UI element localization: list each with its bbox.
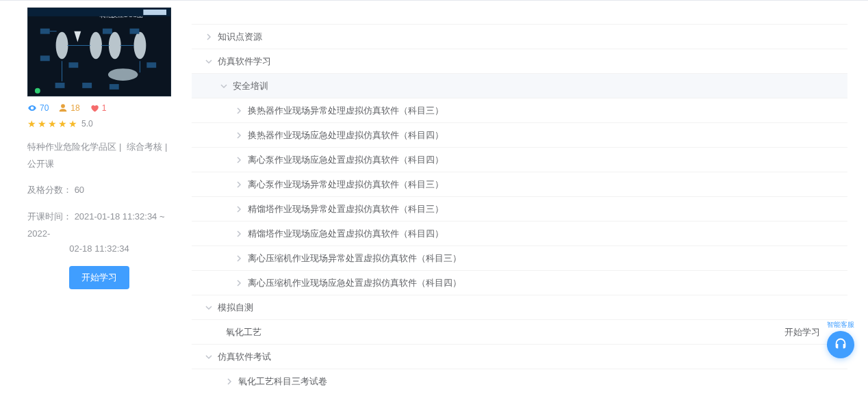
chevron-right-icon [226, 378, 233, 385]
svg-rect-10 [68, 62, 78, 68]
svg-point-2 [56, 32, 68, 59]
assistant-label: 智能客服 [826, 320, 856, 330]
star-icon: ★ [58, 118, 67, 129]
chevron-right-icon [235, 132, 242, 139]
eye-icon [27, 103, 37, 113]
rating-score: 5.0 [81, 119, 93, 129]
svg-point-6 [108, 68, 138, 81]
svg-rect-1 [143, 10, 166, 15]
node-sim-item[interactable]: 离心压缩机作业现场异常处置虚拟仿真软件（科目三） [192, 245, 847, 270]
stat-users: 18 [58, 103, 79, 113]
node-sim-item[interactable]: 离心泵作业现场应急处置虚拟仿真软件（科目四） [192, 147, 847, 172]
start-learning-link[interactable]: 开始学习 [784, 326, 820, 338]
course-time-cont: 02-18 11:32:34 [27, 243, 171, 254]
svg-rect-8 [40, 29, 50, 34]
node-exam-item[interactable]: 氧化工艺科目三考试卷 [192, 369, 847, 393]
tag[interactable]: 特种作业危险化学品区 [27, 142, 116, 152]
heart-icon [90, 103, 99, 113]
course-time-row: 开课时间： 2021-01-18 11:32:34 ~ 2022- [27, 209, 171, 242]
node-mock-test[interactable]: 模拟自测 [192, 295, 847, 319]
svg-rect-13 [146, 62, 156, 68]
svg-point-5 [133, 32, 146, 59]
node-sim-item[interactable]: 离心压缩机作业现场应急处置虚拟仿真软件（科目四） [192, 270, 847, 295]
chevron-right-icon [235, 157, 242, 163]
node-sim-item[interactable]: 精馏塔作业现场异常处置虚拟仿真软件（科目三） [192, 196, 847, 221]
node-sim-item[interactable]: 换热器作业现场异常处理虚拟仿真软件（科目三） [192, 98, 847, 122]
node-sim-item[interactable]: 换热器作业现场应急处理虚拟仿真软件（科目四） [192, 122, 847, 147]
svg-rect-16 [110, 84, 119, 90]
dcs-diagram-graphic [28, 8, 170, 96]
svg-rect-11 [103, 29, 112, 34]
svg-rect-9 [40, 55, 50, 61]
tag[interactable]: 综合考核 [127, 142, 162, 152]
star-icon: ★ [38, 118, 47, 129]
node-knowledge-resources[interactable]: 知识点资源 [192, 24, 847, 49]
svg-marker-7 [74, 31, 81, 42]
chevron-right-icon [235, 181, 242, 188]
star-icon: ★ [27, 118, 36, 129]
user-icon [58, 103, 68, 113]
course-thumbnail[interactable]: 氧化反应DCS图 [27, 8, 171, 96]
course-stats: 70 18 1 [27, 103, 171, 113]
svg-rect-15 [82, 83, 92, 88]
star-icon: ★ [68, 118, 77, 129]
course-outline: 知识点资源 仿真软件学习 安全培训 换热器作业现场异常处理虚拟仿真软件（科目三）… [192, 1, 854, 393]
headset-icon [833, 337, 848, 352]
node-sim-item[interactable]: 精馏塔作业现场应急处置虚拟仿真软件（科目四） [192, 221, 847, 245]
pass-score-row: 及格分数： 60 [27, 182, 171, 199]
chevron-right-icon [205, 34, 212, 40]
svg-point-3 [90, 32, 102, 59]
smart-assistant-button[interactable]: 智能客服 [826, 320, 856, 358]
chevron-right-icon [235, 206, 242, 213]
chevron-down-icon [205, 58, 212, 65]
assistant-bubble [827, 331, 854, 358]
svg-point-23 [35, 88, 40, 94]
svg-rect-12 [130, 29, 140, 34]
chevron-right-icon [235, 230, 242, 237]
chevron-right-icon [235, 107, 242, 114]
chevron-down-icon [205, 304, 212, 311]
chevron-down-icon [220, 83, 227, 90]
node-mock-item[interactable]: 氧化工艺 开始学习 [192, 319, 847, 344]
chevron-right-icon [235, 255, 242, 262]
course-sidebar: 氧化反应DCS图 [14, 1, 171, 303]
stat-likes: 1 [90, 103, 107, 113]
tag[interactable]: 公开课 [27, 159, 54, 169]
node-sim-exam[interactable]: 仿真软件考试 [192, 344, 847, 369]
svg-rect-14 [55, 83, 65, 88]
node-sim-item[interactable]: 离心泵作业现场异常处理虚拟仿真软件（科目三） [192, 172, 847, 196]
node-safety-training[interactable]: 安全培训 [192, 73, 847, 98]
node-sim-learning[interactable]: 仿真软件学习 [192, 49, 847, 73]
svg-point-4 [109, 32, 121, 59]
star-icon: ★ [48, 118, 57, 129]
chevron-right-icon [235, 280, 242, 287]
stat-views: 70 [27, 103, 49, 113]
start-learning-button[interactable]: 开始学习 [69, 266, 129, 289]
course-rating: ★ ★ ★ ★ ★ 5.0 [27, 118, 171, 129]
chevron-down-icon [205, 354, 212, 360]
course-tags: 特种作业危险化学品区| 综合考核| 公开课 [27, 139, 171, 172]
